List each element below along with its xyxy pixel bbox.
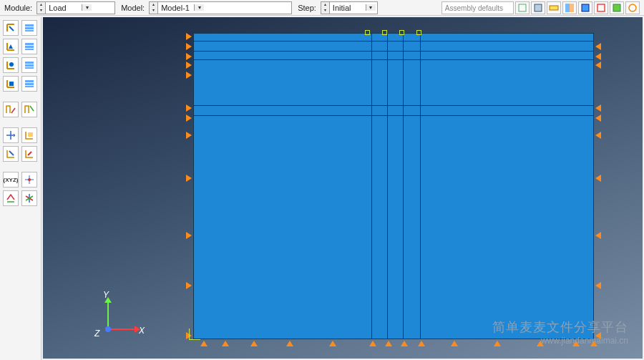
svg-rect-6: [597, 4, 605, 11]
partition-line: [194, 51, 593, 52]
model-dropdown-icon[interactable]: ▾: [194, 4, 204, 11]
pick-csys-button[interactable]: [21, 172, 37, 188]
model-spinner[interactable]: ▴▾: [150, 2, 158, 14]
view-icon-2[interactable]: [531, 1, 545, 14]
bc-arrow-icon: [595, 175, 601, 182]
predefined-manager-button[interactable]: [21, 57, 37, 73]
bc-arrow-icon: [329, 341, 336, 346]
svg-rect-21: [25, 83, 34, 85]
global-triad: Y X Z: [93, 294, 143, 337]
constraint-marker: [399, 30, 404, 35]
svg-rect-20: [25, 80, 34, 82]
bc-arrow-icon: [186, 104, 192, 112]
svg-rect-10: [25, 27, 34, 29]
translate-tool-button[interactable]: [3, 127, 19, 143]
module-value: Load: [46, 4, 82, 12]
create-load-button[interactable]: [3, 20, 19, 36]
bc-arrow-icon: [186, 33, 192, 40]
partition-line: [194, 105, 593, 106]
create-loadcase-button[interactable]: [3, 76, 19, 92]
amplitude-1-button[interactable]: [3, 102, 19, 117]
create-predefined-button[interactable]: [3, 57, 19, 73]
step-dropdown-icon[interactable]: ▾: [366, 4, 376, 11]
partition-line: [194, 115, 593, 116]
bc-arrow-icon: [537, 341, 544, 346]
bc-arrow-icon: [595, 43, 601, 50]
datum-tool-button[interactable]: [3, 190, 19, 206]
svg-rect-22: [25, 86, 34, 87]
view-icon-5[interactable]: [578, 1, 592, 14]
bc-arrow-icon: [418, 341, 425, 346]
module-combo[interactable]: ▴▾ Load ▾: [36, 1, 115, 14]
bc-arrow-icon: [186, 72, 192, 79]
view-icon-7[interactable]: [610, 1, 624, 14]
xyz-csys-button[interactable]: (XYZ): [3, 172, 19, 188]
partition-line: [371, 34, 372, 339]
svg-point-24: [28, 178, 31, 181]
constraint-marker: [416, 30, 421, 35]
svg-rect-2: [550, 6, 558, 10]
mirror-tool-button[interactable]: [3, 146, 19, 162]
svg-point-15: [9, 62, 14, 67]
bc-arrow-icon: [595, 132, 601, 139]
bc-arrow-icon: [186, 53, 192, 60]
bc-arrow-icon: [451, 341, 458, 346]
view-icon-1[interactable]: [515, 1, 530, 14]
model-combo[interactable]: ▴▾ Model-1 ▾: [149, 1, 292, 14]
svg-rect-19: [9, 82, 14, 86]
bc-arrow-icon: [286, 341, 293, 346]
svg-rect-18: [25, 67, 34, 69]
module-toolbox: (XYZ): [0, 17, 42, 360]
bc-arrow-icon: [186, 175, 192, 182]
axis-y-icon: [107, 301, 109, 330]
amplitude-2-button[interactable]: [21, 102, 37, 117]
model-label: Model:: [121, 4, 145, 12]
view-toolbar: Assembly defaults: [441, 0, 644, 16]
viewport[interactable]: Y X Z 简单麦麦文件分享平台 www.jiandanmaimai.cn: [43, 17, 643, 359]
svg-rect-12: [25, 43, 34, 45]
bc-arrow-icon: [494, 341, 501, 346]
bc-arrow-icon: [385, 341, 392, 346]
model-part[interactable]: [193, 33, 594, 339]
step-combo[interactable]: ▴▾ Initial ▾: [321, 1, 378, 14]
module-dropdown-icon[interactable]: ▾: [82, 4, 92, 11]
bc-arrow-icon: [401, 341, 408, 346]
pattern-tool-button[interactable]: [21, 146, 37, 162]
partition-tool-button[interactable]: [21, 190, 37, 206]
constraint-marker: [365, 30, 370, 35]
bc-manager-button[interactable]: [21, 39, 37, 54]
svg-rect-16: [25, 62, 34, 64]
load-manager-button[interactable]: [21, 20, 37, 36]
svg-rect-17: [25, 64, 34, 67]
view-icon-6[interactable]: [594, 1, 608, 14]
create-bc-button[interactable]: [3, 39, 19, 54]
module-label: Module:: [4, 4, 32, 12]
bc-arrow-icon: [595, 282, 601, 289]
loadcase-manager-button[interactable]: [21, 76, 37, 92]
assembly-defaults-combo[interactable]: Assembly defaults: [441, 1, 514, 14]
bc-arrow-icon: [186, 115, 192, 122]
bc-arrow-icon: [186, 62, 192, 69]
rotate-tool-button[interactable]: [21, 127, 37, 143]
bc-arrow-icon: [186, 282, 192, 289]
bc-arrow-icon: [572, 341, 580, 346]
svg-rect-3: [565, 4, 570, 12]
view-icon-4[interactable]: [562, 1, 577, 14]
module-spinner[interactable]: ▴▾: [37, 2, 46, 14]
svg-rect-23: [28, 132, 33, 137]
partition-line: [403, 34, 404, 339]
bc-arrow-icon: [595, 62, 601, 69]
partition-line: [194, 41, 593, 42]
bc-arrow-icon: [595, 53, 601, 60]
model-value: Model-1: [158, 4, 194, 12]
bc-arrow-icon: [590, 341, 597, 346]
bc-arrow-icon: [186, 132, 192, 139]
step-spinner[interactable]: ▴▾: [321, 2, 330, 14]
axis-z-icon: [105, 326, 111, 332]
view-icon-8[interactable]: [625, 1, 640, 14]
svg-rect-0: [519, 4, 526, 11]
partition-line: [194, 59, 593, 60]
bc-arrow-icon: [250, 341, 258, 346]
assembly-defaults-value: Assembly defaults: [445, 4, 503, 12]
view-icon-3[interactable]: [547, 1, 561, 14]
